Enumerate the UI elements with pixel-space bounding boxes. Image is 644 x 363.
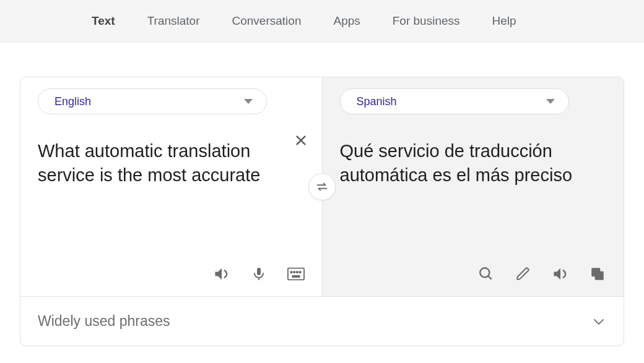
svg-point-5 xyxy=(290,271,292,273)
nav-tab-help[interactable]: Help xyxy=(492,14,516,28)
svg-rect-9 xyxy=(292,276,299,277)
search-button[interactable] xyxy=(477,265,495,283)
svg-point-10 xyxy=(480,268,489,277)
nav-tab-text[interactable]: Text xyxy=(92,14,115,28)
caret-down-icon xyxy=(546,99,555,104)
source-language-select[interactable]: English xyxy=(38,88,267,114)
svg-point-7 xyxy=(296,271,297,273)
nav-tab-conversation[interactable]: Conversation xyxy=(232,14,302,28)
chevron-down-icon xyxy=(591,314,606,329)
search-icon xyxy=(478,266,494,282)
nav-tab-apps[interactable]: Apps xyxy=(333,14,360,28)
pencil-icon xyxy=(516,267,531,281)
microphone-button[interactable] xyxy=(250,265,268,283)
source-language-label: English xyxy=(54,95,91,108)
swap-icon xyxy=(315,180,329,194)
svg-rect-2 xyxy=(257,268,261,275)
copy-icon xyxy=(590,266,606,282)
top-nav: Text Translator Conversation Apps For bu… xyxy=(0,0,644,42)
listen-source-button[interactable] xyxy=(213,265,230,283)
speaker-icon xyxy=(552,265,569,283)
listen-target-button[interactable] xyxy=(552,265,569,283)
target-language-select[interactable]: Spanish xyxy=(340,88,569,114)
target-panel: Spanish Qué servicio de traducción autom… xyxy=(322,77,624,296)
copy-button[interactable] xyxy=(589,265,606,283)
source-panel: English What automatic translation servi… xyxy=(20,77,322,296)
nav-tab-translator[interactable]: Translator xyxy=(147,14,200,28)
close-icon xyxy=(294,134,308,147)
svg-point-8 xyxy=(299,271,300,273)
speaker-icon xyxy=(213,265,230,283)
translator-card: English What automatic translation servi… xyxy=(20,77,624,346)
svg-rect-4 xyxy=(287,268,303,280)
microphone-icon xyxy=(251,265,266,283)
keyboard-button[interactable] xyxy=(287,265,305,283)
phrases-label: Widely used phrases xyxy=(38,313,170,330)
swap-languages-button[interactable] xyxy=(308,173,336,200)
svg-point-6 xyxy=(293,271,294,273)
svg-line-11 xyxy=(488,276,491,279)
target-language-label: Spanish xyxy=(357,95,397,108)
edit-button[interactable] xyxy=(515,265,532,283)
caret-down-icon xyxy=(244,99,253,104)
source-text[interactable]: What automatic translation service is th… xyxy=(38,139,273,187)
widely-used-phrases-toggle[interactable]: Widely used phrases xyxy=(20,296,624,346)
clear-button[interactable] xyxy=(291,130,311,150)
nav-tab-business[interactable]: For business xyxy=(393,14,460,28)
target-text: Qué servicio de traducción automática es… xyxy=(340,139,588,187)
keyboard-icon xyxy=(287,267,305,281)
